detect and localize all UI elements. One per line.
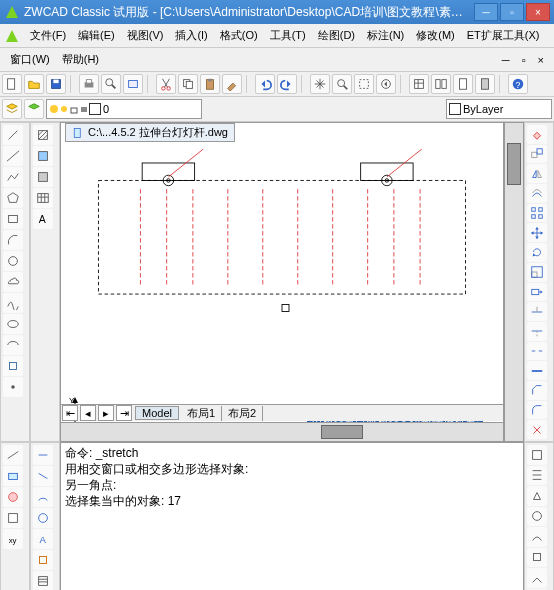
chamfer-tool[interactable] — [527, 381, 547, 400]
stretch-tool[interactable] — [527, 283, 547, 302]
layermgr-button[interactable] — [2, 99, 22, 119]
layout1-tab[interactable]: 布局1 — [181, 406, 222, 421]
mdi-restore[interactable]: ▫ — [516, 52, 532, 68]
explode-tool[interactable] — [527, 420, 547, 439]
scale-tool[interactable] — [527, 263, 547, 282]
layerstate-button[interactable] — [24, 99, 44, 119]
layout2-tab[interactable]: 布局2 — [222, 406, 263, 421]
dim7-tool[interactable] — [33, 571, 53, 590]
array-tool[interactable] — [527, 204, 547, 223]
menu-file[interactable]: 文件(F) — [24, 26, 72, 45]
fillet-tool[interactable] — [527, 401, 547, 420]
menu-dim[interactable]: 标注(N) — [361, 26, 410, 45]
menu-tools[interactable]: 工具(T) — [264, 26, 312, 45]
open-button[interactable] — [24, 74, 44, 94]
menu-draw[interactable]: 绘图(D) — [312, 26, 361, 45]
pline-tool[interactable] — [3, 167, 23, 187]
dim3-tool[interactable] — [33, 487, 53, 507]
trim-tool[interactable] — [527, 302, 547, 321]
preview-button[interactable] — [101, 74, 121, 94]
print-button[interactable] — [79, 74, 99, 94]
table-tool[interactable] — [33, 188, 53, 208]
undo-button[interactable] — [255, 74, 275, 94]
arc-tool[interactable] — [3, 230, 23, 250]
color-combo[interactable]: ByLayer — [446, 99, 552, 119]
massprop-tool[interactable] — [3, 487, 23, 507]
adc-button[interactable] — [431, 74, 451, 94]
dim4-tool[interactable] — [33, 508, 53, 528]
redo-button[interactable] — [277, 74, 297, 94]
calc-button[interactable] — [475, 74, 495, 94]
list-tool[interactable] — [3, 508, 23, 528]
model-tab[interactable]: Model — [135, 406, 179, 420]
save-button[interactable] — [46, 74, 66, 94]
dim5-tool[interactable]: A — [33, 529, 53, 549]
zoom-button[interactable] — [332, 74, 352, 94]
rotate-tool[interactable] — [527, 243, 547, 262]
rect-tool[interactable] — [3, 209, 23, 229]
doc-tab[interactable]: C:\...4.5.2 拉伸台灯灯杆.dwg — [65, 123, 235, 142]
extend-tool[interactable] — [527, 322, 547, 341]
hscroll-thumb[interactable] — [321, 425, 363, 439]
dim6-tool[interactable] — [33, 550, 53, 570]
dist-tool[interactable] — [3, 445, 23, 465]
v3-tool[interactable] — [527, 486, 547, 506]
v4-tool[interactable] — [527, 507, 547, 527]
dim2-tool[interactable] — [33, 466, 53, 486]
command-window[interactable]: 命令: _stretch 用相交窗口或相交多边形选择对象: 另一角点: 选择集当… — [60, 442, 524, 590]
area-tool[interactable] — [3, 466, 23, 486]
minimize-button[interactable]: ─ — [474, 3, 498, 21]
help-button[interactable]: ? — [508, 74, 528, 94]
prop-button[interactable] — [409, 74, 429, 94]
restore-button[interactable]: ▫ — [500, 3, 524, 21]
menu-format[interactable]: 格式(O) — [214, 26, 264, 45]
vscroll-thumb[interactable] — [507, 143, 521, 185]
polygon-tool[interactable] — [3, 188, 23, 208]
menu-insert[interactable]: 插入(I) — [169, 26, 213, 45]
copymod-tool[interactable] — [527, 145, 547, 164]
tab-prev[interactable]: ◂ — [80, 405, 96, 421]
mtext-tool[interactable]: A — [33, 209, 53, 229]
point-tool[interactable] — [3, 377, 23, 397]
matchprop-button[interactable] — [222, 74, 242, 94]
copy-button[interactable] — [178, 74, 198, 94]
menu-help[interactable]: 帮助(H) — [56, 50, 105, 69]
menu-et[interactable]: ET扩展工具(X) — [461, 26, 546, 45]
tab-next[interactable]: ▸ — [98, 405, 114, 421]
mdi-close[interactable]: × — [532, 52, 550, 68]
menu-modify[interactable]: 修改(M) — [410, 26, 461, 45]
menu-view[interactable]: 视图(V) — [121, 26, 170, 45]
hatch-tool[interactable] — [33, 125, 53, 145]
vscrollbar[interactable] — [504, 122, 524, 442]
paste-button[interactable] — [200, 74, 220, 94]
close-button[interactable]: × — [526, 3, 550, 21]
zoomprev-button[interactable] — [376, 74, 396, 94]
erase-tool[interactable] — [527, 125, 547, 144]
ellipsearc-tool[interactable] — [3, 335, 23, 355]
v6-tool[interactable] — [527, 548, 547, 568]
menu-edit[interactable]: 编辑(E) — [72, 26, 121, 45]
layer-combo[interactable]: 0 — [46, 99, 202, 119]
mdi-minimize[interactable]: ─ — [496, 52, 516, 68]
join-tool[interactable] — [527, 361, 547, 380]
new-button[interactable] — [2, 74, 22, 94]
region-tool[interactable] — [33, 167, 53, 187]
toolpal-button[interactable] — [453, 74, 473, 94]
mirror-tool[interactable] — [527, 164, 547, 183]
publish-button[interactable] — [123, 74, 143, 94]
offset-tool[interactable] — [527, 184, 547, 203]
tab-first[interactable]: ⇤ — [62, 405, 78, 421]
hscrollbar[interactable] — [61, 422, 503, 441]
spline-tool[interactable] — [3, 293, 23, 313]
dim1-tool[interactable] — [33, 445, 53, 465]
pan-button[interactable] — [310, 74, 330, 94]
zoomwin-button[interactable] — [354, 74, 374, 94]
v1-tool[interactable] — [527, 445, 547, 465]
gradient-tool[interactable] — [33, 146, 53, 166]
line-tool[interactable] — [3, 125, 23, 145]
menu-window[interactable]: 窗口(W) — [4, 50, 56, 69]
tab-last[interactable]: ⇥ — [116, 405, 132, 421]
v7-tool[interactable] — [527, 568, 547, 588]
ellipse-tool[interactable] — [3, 314, 23, 334]
block-tool[interactable] — [3, 356, 23, 376]
